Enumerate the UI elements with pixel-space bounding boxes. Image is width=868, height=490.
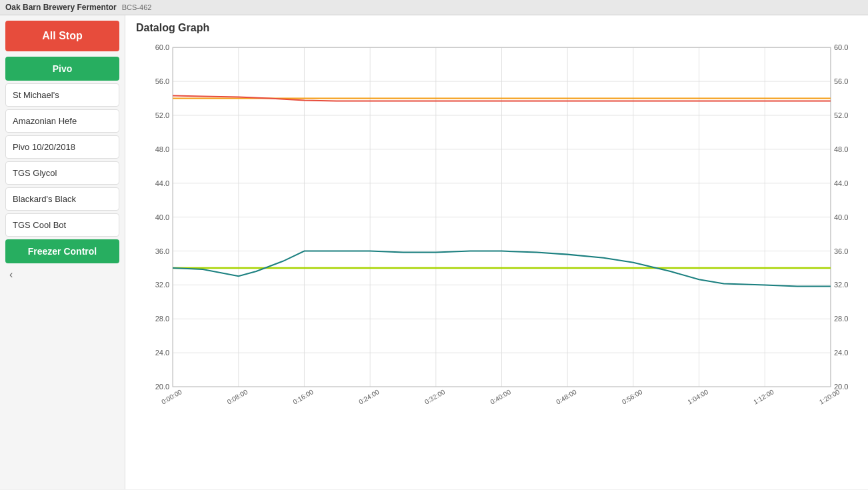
svg-text:0:16:00: 0:16:00 [292,388,315,406]
title-bar: Oak Barn Brewery Fermentor BCS-462 [0,0,868,15]
svg-text:0:32:00: 0:32:00 [423,388,447,406]
svg-text:0:40:00: 0:40:00 [489,388,513,406]
svg-text:44.0: 44.0 [155,179,169,187]
svg-text:52.0: 52.0 [834,111,848,119]
sidebar-item-amazonian-hefe[interactable]: Amazonian Hefe [5,109,119,133]
svg-text:52.0: 52.0 [155,111,169,119]
content-area: Datalog Graph [125,15,868,489]
app-title: Oak Barn Brewery Fermentor [5,3,117,12]
svg-text:60.0: 60.0 [155,43,169,51]
svg-text:36.0: 36.0 [155,247,169,255]
pivo-button[interactable]: Pivo [5,57,119,81]
svg-text:24.0: 24.0 [155,349,169,357]
svg-text:1:20:00: 1:20:00 [818,388,841,406]
sidebar-item-blackards-black[interactable]: Blackard's Black [5,187,119,211]
svg-text:40.0: 40.0 [834,213,848,221]
sidebar: All Stop Pivo St Michael's Amazonian Hef… [0,15,125,489]
svg-text:24.0: 24.0 [834,349,848,357]
svg-text:0:56:00: 0:56:00 [621,388,644,406]
svg-text:48.0: 48.0 [155,145,169,153]
svg-text:40.0: 40.0 [155,213,169,221]
main-layout: All Stop Pivo St Michael's Amazonian Hef… [0,15,868,489]
svg-text:32.0: 32.0 [155,281,169,289]
svg-text:32.0: 32.0 [834,281,848,289]
svg-text:0:08:00: 0:08:00 [226,388,249,406]
svg-text:28.0: 28.0 [155,315,169,323]
svg-text:44.0: 44.0 [834,179,848,187]
svg-text:60.0: 60.0 [834,43,848,51]
svg-text:36.0: 36.0 [834,247,848,255]
svg-text:0:24:00: 0:24:00 [357,388,381,406]
svg-text:48.0: 48.0 [834,145,848,153]
sidebar-item-st-michaels[interactable]: St Michael's [5,83,119,107]
chart-wrapper: 60.0 56.0 52.0 48.0 44.0 40.0 36.0 32.0 … [136,41,857,421]
graph-title: Datalog Graph [136,22,857,34]
svg-text:20.0: 20.0 [155,383,169,391]
freezer-control-button[interactable]: Freezer Control [5,239,119,263]
svg-text:56.0: 56.0 [834,77,848,85]
svg-text:1:04:00: 1:04:00 [687,388,710,406]
svg-text:28.0: 28.0 [834,315,848,323]
datalog-chart: 60.0 56.0 52.0 48.0 44.0 40.0 36.0 32.0 … [136,41,857,421]
sidebar-collapse-button[interactable]: ‹ [0,265,125,285]
sidebar-item-pivo-date[interactable]: Pivo 10/20/2018 [5,135,119,159]
svg-text:1:12:00: 1:12:00 [752,388,775,406]
sidebar-item-tgs-glycol[interactable]: TGS Glycol [5,161,119,185]
device-id: BCS-462 [122,3,152,11]
svg-text:0:48:00: 0:48:00 [555,388,578,406]
all-stop-button[interactable]: All Stop [5,21,119,51]
sidebar-item-tgs-cool-bot[interactable]: TGS Cool Bot [5,213,119,237]
svg-text:56.0: 56.0 [155,77,169,85]
